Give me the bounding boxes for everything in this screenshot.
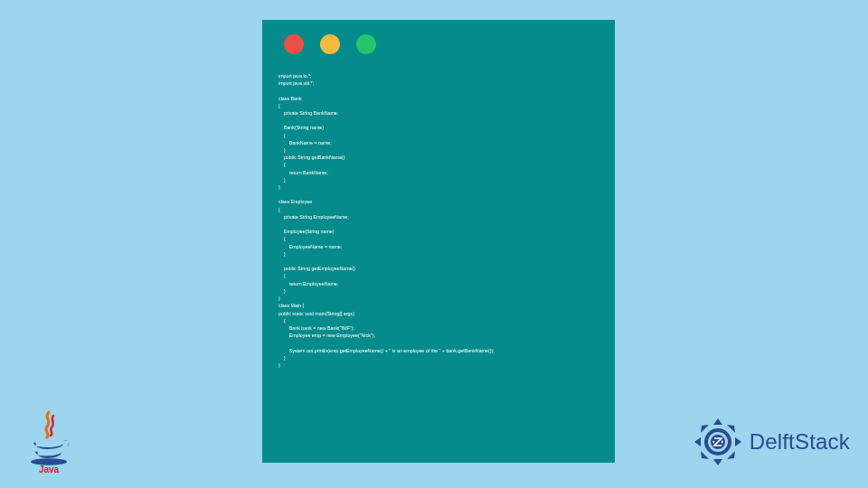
svg-marker-3 xyxy=(727,425,735,433)
minimize-dot xyxy=(320,34,340,54)
window-controls xyxy=(284,34,599,54)
close-dot xyxy=(284,34,304,54)
svg-marker-5 xyxy=(727,451,735,459)
code-window: import java.io.*; import java.util.*; cl… xyxy=(262,20,615,463)
svg-marker-7 xyxy=(701,451,709,459)
code-content: import java.io.*; import java.util.*; cl… xyxy=(278,72,599,369)
svg-marker-4 xyxy=(735,437,741,446)
svg-marker-2 xyxy=(713,418,722,425)
svg-marker-6 xyxy=(713,459,722,465)
delftstack-logo: DelftStack xyxy=(692,416,850,468)
maximize-dot xyxy=(356,34,376,54)
java-logo: Java xyxy=(25,410,72,474)
svg-marker-8 xyxy=(694,437,701,446)
delftstack-icon xyxy=(692,416,744,468)
svg-text:Java: Java xyxy=(39,465,60,474)
svg-marker-9 xyxy=(701,425,709,433)
delftstack-text: DelftStack xyxy=(750,429,850,455)
